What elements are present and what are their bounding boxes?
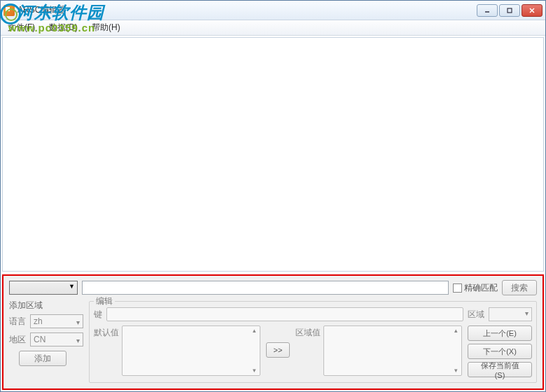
region-combo[interactable]: CN — [30, 332, 83, 346]
close-button[interactable] — [522, 4, 542, 17]
maximize-button[interactable] — [499, 4, 520, 17]
search-type-combo[interactable] — [9, 281, 78, 295]
svg-rect-1 — [507, 8, 512, 13]
menu-file[interactable]: 文件(F) — [5, 20, 38, 35]
search-button[interactable]: 搜索 — [502, 280, 537, 295]
exact-match-checkbox[interactable] — [453, 284, 462, 293]
app-icon — [4, 5, 15, 16]
exact-match-text: 精确匹配 — [464, 282, 498, 294]
save-button[interactable]: 保存当前值(S) — [468, 362, 532, 377]
add-region-title: 添加区域 — [9, 300, 83, 312]
bottom-panel: 精确匹配 搜索 添加区域 语言 zh 地区 CN 添加 编辑 — [2, 274, 544, 390]
edit-group-title: 编辑 — [94, 295, 115, 307]
language-label: 语言 — [9, 316, 27, 328]
add-button[interactable]: 添加 — [19, 351, 66, 366]
titlebar: ARSC编辑器 — [1, 1, 545, 20]
region-label: 地区 — [9, 334, 27, 346]
scroll-down-icon[interactable]: ▾ — [451, 367, 461, 377]
prev-button[interactable]: 上一个(E) — [468, 326, 532, 341]
scroll-up-icon[interactable]: ▴ — [451, 327, 461, 337]
main-content-area[interactable] — [2, 37, 544, 272]
default-value-label: 默认值 — [94, 326, 119, 378]
language-combo[interactable]: zh — [30, 314, 83, 328]
app-window: ARSC编辑器 文件(F) 数据(D) 帮助(H) 精确匹配 — [0, 0, 546, 392]
add-region-group: 添加区域 语言 zh 地区 CN 添加 — [9, 300, 83, 383]
copy-to-region-button[interactable]: >> — [266, 342, 290, 358]
scroll-up-icon[interactable]: ▴ — [249, 327, 259, 337]
lower-section: 添加区域 语言 zh 地区 CN 添加 编辑 键 区域 — [9, 300, 537, 383]
next-button[interactable]: 下一个(X) — [468, 344, 532, 359]
scroll-down-icon[interactable]: ▾ — [249, 367, 259, 377]
edit-region-label: 区域 — [468, 309, 484, 321]
key-label: 键 — [94, 309, 102, 321]
exact-match-checkbox-label[interactable]: 精确匹配 — [453, 282, 498, 294]
region-value-textarea[interactable] — [323, 326, 462, 376]
minimize-button[interactable] — [477, 4, 498, 17]
default-value-textarea[interactable] — [122, 326, 260, 376]
search-input[interactable] — [82, 281, 449, 295]
edit-region-combo[interactable] — [489, 307, 532, 321]
menubar: 文件(F) 数据(D) 帮助(H) — [1, 20, 545, 36]
menu-data[interactable]: 数据(D) — [46, 20, 80, 35]
key-input[interactable] — [106, 307, 463, 321]
menu-help[interactable]: 帮助(H) — [89, 20, 123, 35]
window-title: ARSC编辑器 — [18, 4, 477, 16]
region-value-label: 区域值 — [295, 326, 321, 378]
edit-group: 编辑 键 区域 默认值 ▴ ▾ — [89, 301, 537, 383]
search-row: 精确匹配 搜索 — [9, 280, 537, 295]
